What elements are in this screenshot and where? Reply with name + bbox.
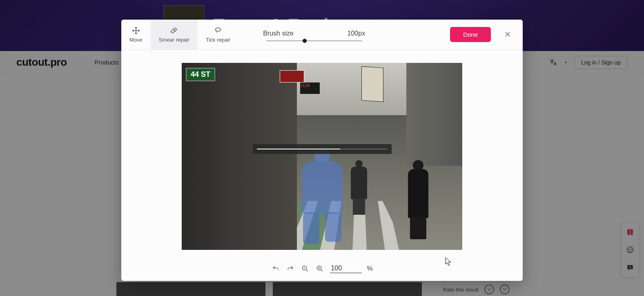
processing-progress (253, 144, 392, 154)
brush-size-control: Brush size 100px (263, 20, 365, 49)
done-button[interactable]: Done (450, 27, 491, 42)
editor-toolbar: Move Smear repair Tick repair Brush size (121, 20, 523, 50)
move-icon (131, 26, 140, 35)
zoom-unit: % (367, 265, 372, 272)
brush-size-value: 100px (348, 30, 365, 37)
scene-buildings-right (406, 63, 462, 166)
brush-size-label: Brush size (263, 30, 294, 37)
tool-smear-label: Smear repair (159, 37, 189, 43)
redo-button[interactable] (286, 264, 295, 273)
times-square-sign (280, 70, 304, 82)
undo-button[interactable] (271, 264, 280, 273)
tool-tick-label: Tick repair (206, 37, 230, 43)
lasso-icon (214, 26, 223, 35)
editor-modal: Move Smear repair Tick repair Brush size (121, 20, 523, 281)
scene-buildings-left (182, 63, 297, 250)
eraser-icon (169, 26, 178, 35)
zoom-input[interactable] (330, 265, 362, 273)
canvas-controls: % (121, 256, 523, 281)
billboard (361, 66, 383, 102)
canvas-area: 44 ST IZZA (121, 50, 523, 256)
tool-move-label: Move (129, 37, 143, 43)
tool-smear-repair[interactable]: Smear repair (151, 20, 198, 49)
pizza-sign: IZZA (300, 82, 320, 94)
brush-slider[interactable] (266, 40, 362, 41)
zoom-out-button[interactable] (301, 264, 310, 273)
selected-person-mask (296, 148, 349, 250)
street-sign: 44 ST (186, 68, 215, 81)
tool-move[interactable]: Move (121, 20, 151, 49)
pedestrian-background (350, 160, 368, 217)
zoom-in-button[interactable] (315, 264, 324, 273)
tool-tick-repair[interactable]: Tick repair (198, 20, 238, 49)
progress-track (257, 149, 388, 149)
brush-slider-handle[interactable] (303, 39, 307, 43)
close-button[interactable] (504, 31, 512, 39)
progress-fill (257, 149, 341, 149)
pedestrian-right (407, 160, 430, 242)
canvas-image[interactable]: 44 ST IZZA (182, 63, 462, 250)
